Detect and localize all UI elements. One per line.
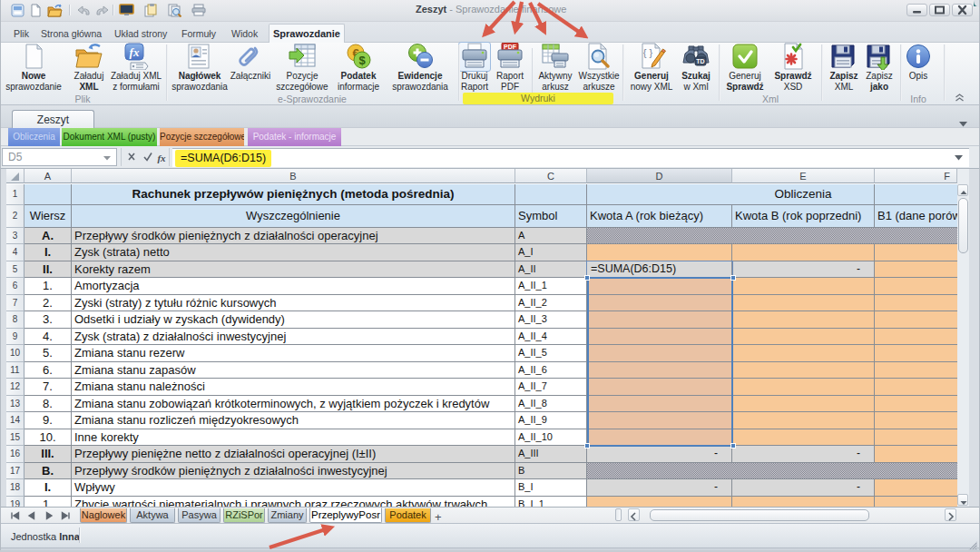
svg-text:fx: fx <box>130 45 140 59</box>
svg-text:fx: fx <box>157 153 166 163</box>
svg-text:{ }: { } <box>643 47 653 58</box>
svg-text:$: $ <box>358 54 366 67</box>
svg-text:PDF: PDF <box>504 44 517 50</box>
svg-text:TD: TD <box>696 58 704 64</box>
